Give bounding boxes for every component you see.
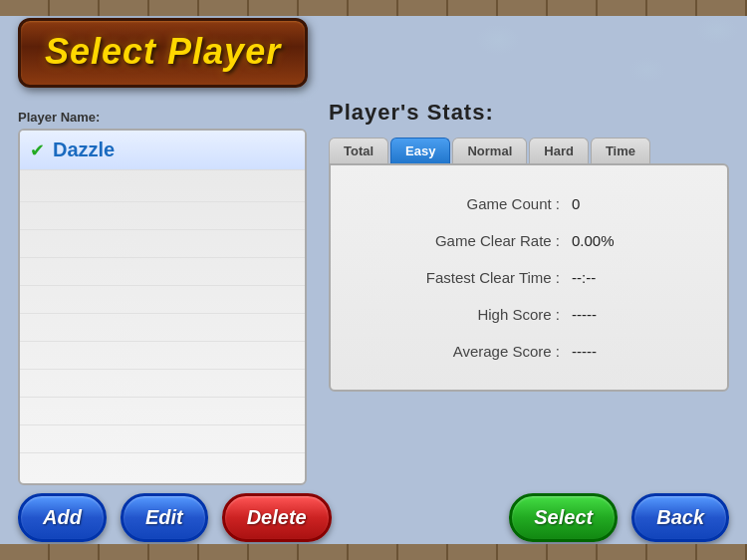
stat-row-average-score: Average Score : ----- xyxy=(361,333,697,370)
empty-line xyxy=(20,314,305,342)
fastest-clear-time-label: Fastest Clear Time : xyxy=(361,269,560,286)
page-title: Select Player xyxy=(45,31,281,72)
high-score-value: ----- xyxy=(572,306,597,323)
player-list[interactable]: ✔ Dazzle xyxy=(18,129,307,485)
game-count-value: 0 xyxy=(572,195,580,212)
player-name-label: Player Name: xyxy=(18,110,307,125)
top-border xyxy=(0,0,747,16)
stat-row-high-score: High Score : ----- xyxy=(361,296,697,333)
tab-hard[interactable]: Hard xyxy=(529,138,589,163)
empty-line xyxy=(20,370,305,398)
average-score-value: ----- xyxy=(572,343,597,360)
tab-easy[interactable]: Easy xyxy=(390,138,450,163)
right-panel: Player's Stats: Total Easy Normal Hard T… xyxy=(329,100,729,392)
empty-line xyxy=(20,398,305,425)
select-button[interactable]: Select xyxy=(509,493,618,542)
empty-line xyxy=(20,258,305,286)
empty-line xyxy=(20,202,305,230)
empty-lines xyxy=(20,170,305,457)
empty-line xyxy=(20,174,305,202)
stat-row-clear-rate: Game Clear Rate : 0.00% xyxy=(361,222,697,259)
game-clear-rate-label: Game Clear Rate : xyxy=(361,232,560,249)
tabs: Total Easy Normal Hard Time xyxy=(329,138,729,163)
back-button[interactable]: Back xyxy=(631,493,729,542)
bottom-border xyxy=(0,544,747,560)
stats-title: Player's Stats: xyxy=(329,100,729,126)
add-button[interactable]: Add xyxy=(18,493,107,542)
tab-time[interactable]: Time xyxy=(591,138,650,163)
title-banner: Select Player xyxy=(18,18,308,88)
tab-normal[interactable]: Normal xyxy=(452,138,527,163)
list-item[interactable]: ✔ Dazzle xyxy=(20,131,305,170)
stat-row-game-count: Game Count : 0 xyxy=(361,185,697,222)
stat-row-fastest-time: Fastest Clear Time : --:-- xyxy=(361,259,697,296)
average-score-label: Average Score : xyxy=(361,343,560,360)
fastest-clear-time-value: --:-- xyxy=(572,269,596,286)
player-name: Dazzle xyxy=(53,139,115,161)
bottom-buttons: Add Edit Delete Select Back xyxy=(18,493,729,542)
game-count-label: Game Count : xyxy=(361,195,560,212)
stats-box: Game Count : 0 Game Clear Rate : 0.00% F… xyxy=(329,163,729,392)
empty-line xyxy=(20,342,305,370)
empty-line xyxy=(20,286,305,314)
tab-total[interactable]: Total xyxy=(329,138,388,163)
empty-line xyxy=(20,425,305,453)
left-panel: Player Name: ✔ Dazzle xyxy=(18,110,307,490)
edit-button[interactable]: Edit xyxy=(121,493,208,542)
delete-button[interactable]: Delete xyxy=(222,493,332,542)
game-clear-rate-value: 0.00% xyxy=(572,232,615,249)
empty-line xyxy=(20,230,305,258)
high-score-label: High Score : xyxy=(361,306,560,323)
checkmark-icon: ✔ xyxy=(30,140,45,161)
